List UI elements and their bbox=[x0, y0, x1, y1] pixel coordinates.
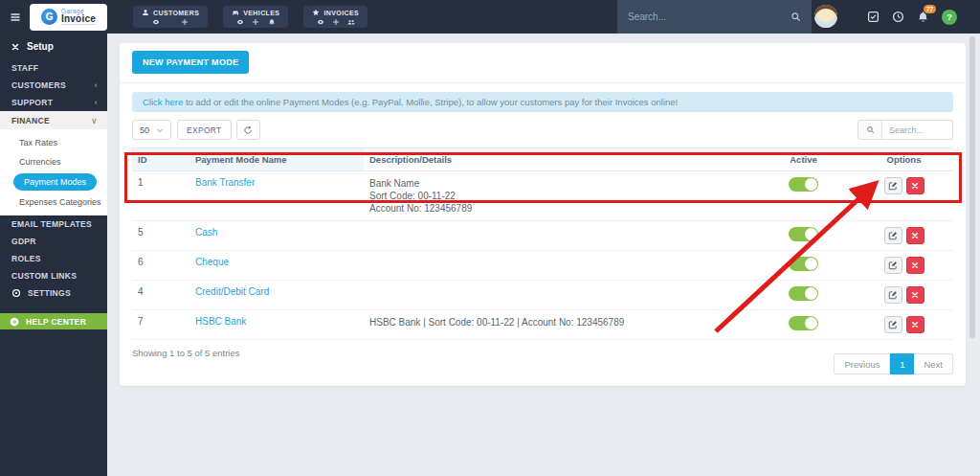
plus-icon[interactable] bbox=[332, 18, 340, 26]
cell-active bbox=[752, 281, 855, 310]
payment-mode-link[interactable]: HSBC Bank bbox=[195, 316, 246, 327]
delete-button[interactable] bbox=[906, 177, 924, 194]
sidebar-item-label: ROLES bbox=[11, 254, 41, 263]
active-toggle[interactable] bbox=[789, 257, 818, 271]
cell-description bbox=[364, 281, 752, 310]
bell-icon[interactable] bbox=[268, 18, 276, 26]
finance-submenu: Tax RatesCurrenciesPayment ModesExpenses… bbox=[0, 129, 107, 215]
search-icon[interactable] bbox=[791, 11, 801, 22]
tasks-icon[interactable] bbox=[867, 11, 880, 23]
eye-icon[interactable] bbox=[236, 18, 244, 26]
sidebar-subitem-tax-rates[interactable]: Tax Rates bbox=[0, 133, 107, 152]
export-button[interactable]: EXPORT bbox=[177, 120, 232, 140]
sidebar-item-roles[interactable]: ROLES bbox=[0, 250, 107, 267]
pagination-next[interactable]: Next bbox=[914, 353, 953, 374]
global-search-input[interactable] bbox=[628, 11, 791, 22]
nav-group-label: VEHICLES bbox=[243, 10, 279, 16]
sidebar-item-help-center[interactable]: HELP CENTER bbox=[0, 313, 107, 329]
cell-name: Cash bbox=[189, 221, 364, 251]
cell-active bbox=[752, 171, 855, 221]
column-header-name[interactable]: Payment Mode Name bbox=[189, 148, 364, 171]
delete-button[interactable] bbox=[906, 227, 924, 244]
nav-group-customers[interactable]: CUSTOMERS bbox=[133, 6, 208, 28]
sidebar-item-staff[interactable]: STAFF bbox=[0, 59, 107, 77]
sidebar-item-settings[interactable]: SETTINGS bbox=[0, 284, 107, 302]
menu-icon[interactable] bbox=[9, 11, 22, 23]
description-line: Sort Code: 00-11-22 bbox=[369, 190, 746, 202]
delete-button[interactable] bbox=[906, 286, 924, 304]
column-header-active[interactable]: Active bbox=[752, 148, 855, 171]
user-avatar[interactable] bbox=[814, 5, 837, 28]
table-search-button[interactable] bbox=[858, 120, 882, 140]
sidebar-item-gdpr[interactable]: GDPR bbox=[0, 233, 107, 250]
active-toggle[interactable] bbox=[789, 316, 818, 330]
payment-mode-link[interactable]: Bank Transfer bbox=[195, 177, 255, 188]
pencil-icon bbox=[888, 320, 898, 329]
new-payment-mode-button[interactable]: NEW PAYMENT MODE bbox=[132, 51, 249, 74]
eye-icon[interactable] bbox=[152, 18, 160, 26]
payment-modes-table: ID Payment Mode Name Description/Details… bbox=[132, 147, 953, 340]
eye-icon[interactable] bbox=[317, 18, 324, 26]
toggle-knob bbox=[805, 228, 817, 240]
sidebar-subitem-currencies[interactable]: Currencies bbox=[0, 152, 107, 171]
notifications-bell[interactable]: 77 bbox=[917, 11, 929, 23]
cell-description: HSBC Bank | Sort Code: 00-11-22 | Accoun… bbox=[364, 310, 752, 340]
cell-id: 5 bbox=[132, 221, 189, 251]
payment-mode-link[interactable]: Credit/Debit Card bbox=[195, 286, 269, 297]
scrollbar-thumb[interactable] bbox=[969, 36, 975, 338]
payment-modes-card: NEW PAYMENT MODE Click here to add or ed… bbox=[120, 43, 966, 386]
active-toggle[interactable] bbox=[789, 286, 818, 301]
sidebar-item-finance[interactable]: FINANCE∨ bbox=[0, 111, 107, 129]
pagination: Previous 1 Next bbox=[834, 353, 953, 374]
sidebar-item-customers[interactable]: CUSTOMERS‹ bbox=[0, 77, 107, 94]
delete-button[interactable] bbox=[906, 257, 924, 274]
delete-button[interactable] bbox=[906, 316, 924, 333]
sidebar-item-label: CUSTOM LINKS bbox=[11, 271, 77, 281]
edit-button[interactable] bbox=[884, 177, 902, 194]
help-icon[interactable]: ? bbox=[942, 10, 957, 25]
chevron-icon: ∨ bbox=[91, 116, 98, 125]
table-row: 7HSBC BankHSBC Bank | Sort Code: 00-11-2… bbox=[132, 310, 953, 340]
sidebar-item-label: SUPPORT bbox=[11, 98, 53, 107]
column-header-id[interactable]: ID bbox=[132, 148, 189, 171]
close-icon[interactable] bbox=[11, 43, 19, 51]
active-toggle[interactable] bbox=[789, 227, 818, 241]
sidebar-item-support[interactable]: SUPPORT‹ bbox=[0, 94, 107, 111]
table-row: 5Cash bbox=[132, 221, 953, 251]
column-header-options[interactable]: Options bbox=[855, 148, 953, 171]
table-search-input[interactable] bbox=[882, 120, 953, 140]
refresh-icon bbox=[243, 125, 253, 135]
edit-button[interactable] bbox=[884, 316, 902, 333]
sidebar-subitem-expenses-categories[interactable]: Expenses Categories bbox=[0, 193, 107, 212]
nav-group-vehicles[interactable]: VEHICLES bbox=[223, 6, 288, 28]
notification-badge: 77 bbox=[924, 5, 936, 13]
divider bbox=[120, 82, 966, 83]
sidebar-item-email-templates[interactable]: EMAIL TEMPLATES bbox=[0, 215, 107, 233]
cell-name: Bank Transfer bbox=[189, 171, 364, 221]
pagination-page-1[interactable]: 1 bbox=[890, 353, 914, 374]
sidebar-subitem-payment-modes[interactable]: Payment Modes bbox=[13, 173, 97, 191]
users-icon[interactable] bbox=[347, 18, 355, 26]
logo-text-bottom: Invoice bbox=[61, 14, 96, 25]
cell-id: 6 bbox=[132, 251, 189, 281]
page-size-select[interactable]: 50 bbox=[132, 120, 171, 140]
payment-mode-link[interactable]: Cheque bbox=[195, 257, 229, 267]
nav-group-invoices[interactable]: INVOICES bbox=[303, 6, 368, 28]
banner-click-here-link[interactable]: Click here bbox=[143, 97, 183, 107]
payment-mode-link[interactable]: Cash bbox=[195, 227, 217, 238]
sidebar-item-custom-links[interactable]: CUSTOM LINKS bbox=[0, 267, 107, 284]
edit-button[interactable] bbox=[884, 257, 902, 274]
edit-button[interactable] bbox=[884, 227, 902, 244]
topbar-icons: 77 ? bbox=[867, 0, 957, 34]
table-controls: 50 EXPORT bbox=[132, 120, 953, 140]
clock-icon[interactable] bbox=[892, 11, 904, 23]
refresh-button[interactable] bbox=[236, 120, 260, 140]
sidebar-setup-header[interactable]: Setup bbox=[0, 34, 107, 59]
app-logo[interactable]: G Garage Invoice bbox=[30, 4, 107, 31]
active-toggle[interactable] bbox=[789, 177, 818, 192]
plus-icon[interactable] bbox=[252, 18, 259, 26]
column-header-description[interactable]: Description/Details bbox=[364, 148, 752, 171]
pagination-previous[interactable]: Previous bbox=[834, 353, 890, 374]
plus-icon[interactable] bbox=[181, 18, 189, 26]
edit-button[interactable] bbox=[884, 286, 902, 304]
